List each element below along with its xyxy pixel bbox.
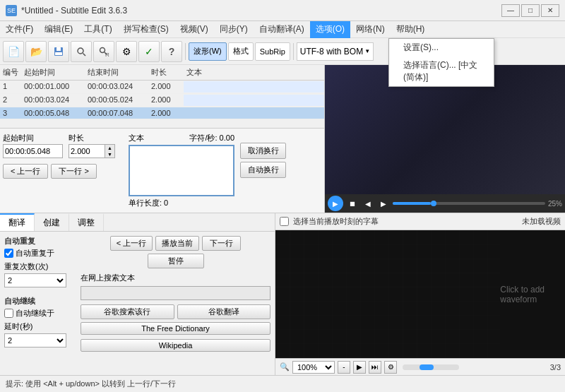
menu-options[interactable]: 选项(O): [310, 21, 350, 38]
row-start: 00:00:03.024: [21, 95, 85, 106]
row-duration: 2.000: [148, 108, 184, 118]
settings-button[interactable]: ⚙: [116, 41, 137, 62]
dropdown-settings[interactable]: 设置(S)...: [389, 39, 494, 57]
auto-repeat-section: 自动重复 自动重复于 重复次数(次) 2 3: [4, 236, 75, 287]
video-progress-bar[interactable]: [393, 202, 545, 205]
google-translate-button[interactable]: 谷歌翻译: [177, 304, 271, 319]
auto-continue-checkbox-label[interactable]: 自动继续于: [4, 308, 75, 319]
video-controls: ▶ ⏹ ◀ ▶ 25%: [325, 194, 565, 213]
svg-text:R: R: [105, 52, 109, 57]
menu-network[interactable]: 网络(N): [350, 21, 391, 38]
stop-button[interactable]: ⏹: [346, 197, 359, 210]
menu-edit[interactable]: 编辑(E): [39, 21, 78, 38]
dropdown-language[interactable]: 选择语言(C)... [中文(简体)]: [389, 57, 494, 86]
delay-select[interactable]: 2 3: [4, 333, 66, 348]
waveform-tab-btn[interactable]: 波形(W): [189, 42, 227, 61]
duration-input[interactable]: [69, 145, 105, 158]
auto-continue-checkbox[interactable]: [4, 309, 13, 318]
wave-scroll[interactable]: [403, 364, 459, 370]
subrip-tab-btn[interactable]: SubRip: [255, 42, 290, 61]
help-button[interactable]: ?: [161, 41, 182, 62]
spinner-down-btn[interactable]: ▼: [105, 151, 114, 158]
app-icon: SE: [6, 5, 17, 16]
wave-settings-button[interactable]: ⚙: [384, 361, 397, 374]
auto-wrap-button[interactable]: 自动换行: [240, 162, 286, 178]
play-wave-button[interactable]: ▶: [353, 361, 366, 374]
menu-sync[interactable]: 同步(Y): [214, 21, 254, 38]
duration-spinner[interactable]: ▲ ▼: [69, 144, 115, 158]
subtitle-counter: 3/3: [550, 363, 561, 372]
next-frame-button[interactable]: ▶: [377, 197, 390, 210]
table-row[interactable]: 2 00:00:03.024 00:00:05.024 2.000: [0, 94, 324, 107]
check-button[interactable]: ✓: [138, 41, 160, 62]
next-line-button[interactable]: 下一行 >: [51, 164, 96, 179]
waveform-grid-svg: [275, 230, 500, 358]
menu-help[interactable]: 帮助(H): [391, 21, 431, 38]
status-bar: 提示: 使用 <Alt + up/down> 以转到 上一行/下一行: [0, 375, 565, 392]
waveform-placeholder-text: Click to add waveform: [500, 285, 565, 304]
zoom-select[interactable]: 100% 50% 200%: [292, 361, 335, 374]
zoom-out-button[interactable]: -: [338, 361, 350, 374]
wikipedia-button[interactable]: Wikipedia: [81, 339, 270, 352]
time-display: 25%: [548, 200, 562, 208]
close-button[interactable]: ✕: [541, 4, 559, 17]
row-start: 00:00:01.000: [21, 81, 85, 93]
tab-adjust[interactable]: 调整: [69, 213, 104, 231]
repeat-count-select[interactable]: 2 3: [4, 273, 66, 287]
encoding-dropdown[interactable]: UTF-8 with BOM ▼: [297, 42, 374, 61]
new-button[interactable]: 📄: [3, 41, 24, 62]
svg-rect-1: [56, 47, 61, 51]
save-button[interactable]: [48, 41, 69, 62]
auto-continue-sub-label: 自动继续于: [16, 308, 54, 319]
bottom-section: 翻译 创建 调整 自动重复 自动重复于 重复次数(次): [0, 213, 565, 375]
table-row[interactable]: 1 00:00:01.000 00:00:03.024 2.000: [0, 81, 324, 94]
tab-create[interactable]: 创建: [35, 213, 69, 231]
auto-repeat-checkbox-label[interactable]: 自动重复于: [4, 248, 75, 259]
find-replace-button[interactable]: R: [93, 41, 114, 62]
pause-button[interactable]: 暂停: [148, 254, 204, 268]
dropdown-menu: 设置(S)... 选择语言(C)... [中文(简体)]: [388, 38, 494, 87]
tab-translation[interactable]: 翻译: [0, 213, 35, 231]
menu-video[interactable]: 视频(V): [174, 21, 214, 38]
prev-frame-button[interactable]: ◀: [362, 197, 374, 210]
row-duration: 2.000: [148, 81, 184, 93]
no-video-label: 未加载视频: [522, 216, 561, 227]
col-header-duration: 时长: [148, 66, 184, 78]
start-time-input[interactable]: [3, 144, 63, 158]
text-label: 文本: [129, 133, 144, 143]
main-content: 编号 起始时间 结束时间 时长 文本 1 00:00:01.000 00:00:…: [0, 65, 565, 392]
find-button[interactable]: [71, 41, 92, 62]
menu-tools[interactable]: 工具(T): [78, 21, 117, 38]
svg-line-4: [83, 53, 86, 56]
window-controls: — □ ✕: [501, 4, 559, 17]
free-dictionary-button[interactable]: The Free Dictionary: [81, 322, 270, 335]
menu-bar: 文件(F) 编辑(E) 工具(T) 拼写检查(S) 视频(V) 同步(Y) 自动…: [0, 21, 565, 38]
subtitle-text-editor[interactable]: [129, 145, 234, 196]
menu-autotrans[interactable]: 自动翻译(A): [254, 21, 310, 38]
google-search-button[interactable]: 谷歌搜索该行: [81, 304, 174, 319]
prev-line-button[interactable]: < 上一行: [3, 164, 48, 179]
cancel-wrap-button[interactable]: 取消换行: [240, 143, 286, 159]
maximize-button[interactable]: □: [521, 4, 540, 17]
menu-spell[interactable]: 拼写检查(S): [118, 21, 174, 38]
play-current-button[interactable]: 播放当前: [155, 236, 199, 251]
next-line-trans-button[interactable]: 下一行: [202, 236, 241, 251]
table-row[interactable]: 3 00:00:05.048 00:00:07.048 2.000: [0, 107, 324, 119]
search-online-input[interactable]: [81, 286, 270, 300]
subtitle-table: 1 00:00:01.000 00:00:03.024 2.000 2 00:0…: [0, 81, 324, 128]
row-duration: 2.000: [148, 95, 184, 106]
minimize-button[interactable]: —: [501, 4, 520, 17]
play-button[interactable]: ▶: [328, 196, 343, 211]
spinner-up-btn[interactable]: ▲: [105, 145, 114, 151]
auto-repeat-checkbox[interactable]: [4, 249, 13, 258]
select-subtitle-label: 选择当前播放时刻的字幕: [293, 216, 379, 227]
select-subtitle-checkbox[interactable]: [280, 217, 289, 226]
repeat-count-label: 重复次数(次): [4, 261, 75, 272]
prev-line-trans-button[interactable]: < 上一行: [110, 236, 153, 251]
step-forward-button[interactable]: ⏭: [369, 361, 381, 374]
open-button[interactable]: 📂: [25, 41, 47, 62]
menu-file[interactable]: 文件(F): [0, 21, 39, 38]
waveform-display[interactable]: Click to add waveform: [275, 230, 565, 358]
panel-tabs: 翻译 创建 调整: [0, 213, 275, 232]
format-tab-btn[interactable]: 格式: [228, 42, 254, 61]
